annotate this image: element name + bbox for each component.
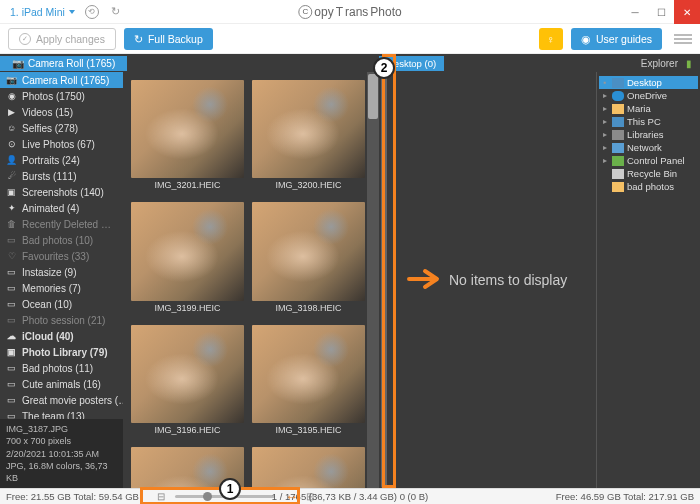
expand-icon[interactable]: ▸	[601, 156, 609, 165]
thumbnail[interactable]: IMG_3201.HEIC	[131, 80, 244, 194]
sidebar-item[interactable]: ▭The team (13)	[0, 408, 123, 419]
sidebar-item[interactable]: ☺Selfies (278)	[0, 120, 123, 136]
thumbnail-label: IMG_3199.HEIC	[131, 301, 244, 317]
status-right: Free: 46.59 GB Total: 217.91 GB	[556, 491, 694, 502]
tree-item[interactable]: ▸Control Panel	[599, 154, 698, 167]
scrollbar-thumb[interactable]	[368, 74, 378, 119]
drop-zone[interactable]: No items to display	[389, 72, 596, 488]
breadcrumb-left[interactable]: 📷 Camera Roll (1765)	[0, 56, 127, 71]
thumbnail-grid[interactable]: IMG_3201.HEICIMG_3200.HEICIMG_3199.HEICI…	[123, 72, 379, 488]
folder-icon	[612, 117, 624, 127]
thumbnail[interactable]: IMG_3195.HEIC	[252, 325, 365, 439]
expand-icon[interactable]: ▸	[601, 143, 609, 152]
tree-item[interactable]: Recycle Bin	[599, 167, 698, 180]
tree-label: OneDrive	[627, 90, 667, 101]
sidebar-item[interactable]: ▭Ocean (10)	[0, 296, 123, 312]
thumbnail[interactable]: IMG_3198.HEIC	[252, 202, 365, 316]
status-left: Free: 21.55 GB Total: 59.54 GB	[6, 491, 139, 502]
sidebar-item[interactable]: ▣Screenshots (140)	[0, 184, 123, 200]
sidebar-item[interactable]: ☁iCloud (40)	[0, 328, 123, 344]
sidebar-item[interactable]: ✦Animated (4)	[0, 200, 123, 216]
refresh-icon[interactable]: ⟲	[85, 5, 99, 19]
album-list[interactable]: 📷Camera Roll (1765)◉Photos (1750)▶Videos…	[0, 72, 123, 419]
tree-label: Maria	[627, 103, 651, 114]
thumbnail-label: IMG_3196.HEIC	[131, 423, 244, 439]
album-icon: ▭	[6, 283, 17, 294]
apply-changes-button[interactable]: ✓ Apply changes	[8, 28, 116, 50]
thumbnail[interactable]: IMG_3196.HEIC	[131, 325, 244, 439]
album-icon: ▭	[6, 267, 17, 278]
drag-handle-icon[interactable]	[381, 72, 387, 488]
album-icon: ♡	[6, 251, 17, 262]
close-button[interactable]: ✕	[674, 0, 700, 24]
sidebar-item[interactable]: ▣Photo Library (79)	[0, 344, 123, 360]
folder-tree[interactable]: ▪Desktop▸OneDrive▸Maria▸This PC▸Librarie…	[596, 72, 700, 488]
sidebar-item[interactable]: ▶Videos (15)	[0, 104, 123, 120]
expand-icon[interactable]: ▸	[601, 130, 609, 139]
sidebar-item[interactable]: ▭Bad photos (11)	[0, 360, 123, 376]
sidebar-item[interactable]: ⊙Live Photos (67)	[0, 136, 123, 152]
sidebar-item[interactable]: ▭Cute animals (16)	[0, 376, 123, 392]
folder-icon[interactable]: ▮	[686, 58, 692, 69]
folder-icon	[612, 91, 624, 101]
tree-item[interactable]: ▸This PC	[599, 115, 698, 128]
album-icon: ☁	[6, 331, 17, 342]
tree-label: Network	[627, 142, 662, 153]
zoom-out-icon[interactable]: ⊟	[157, 491, 165, 502]
expand-icon[interactable]: ▸	[601, 117, 609, 126]
thumbnail-image	[131, 202, 244, 300]
tree-item[interactable]: bad photos	[599, 180, 698, 193]
album-label: Photo Library (79)	[22, 347, 108, 358]
split-divider[interactable]	[379, 72, 389, 488]
minimize-button[interactable]: ─	[622, 0, 648, 24]
thumbnail[interactable]	[252, 447, 365, 488]
expand-icon[interactable]: ▸	[601, 104, 609, 113]
user-guides-button[interactable]: ◉ User guides	[571, 28, 662, 50]
sync-icon[interactable]: ↻	[109, 5, 123, 19]
album-label: Instasize (9)	[22, 267, 76, 278]
sidebar-item[interactable]: ▭Great movie posters (…	[0, 392, 123, 408]
album-icon: 📷	[6, 75, 17, 86]
sidebar-item[interactable]: 👤Portraits (24)	[0, 152, 123, 168]
album-label: Cute animals (16)	[22, 379, 101, 390]
device-selector[interactable]: 1. iPad Mini	[10, 6, 75, 18]
album-icon: ▣	[6, 187, 17, 198]
slider-thumb[interactable]	[203, 492, 212, 501]
album-icon: ▭	[6, 379, 17, 390]
expand-icon[interactable]: ▪	[601, 78, 609, 87]
sidebar-item[interactable]: ▭Bad photos (10)	[0, 232, 123, 248]
sidebar-item[interactable]: 📷Camera Roll (1765)	[0, 72, 123, 88]
lightbulb-icon: ♀	[547, 33, 555, 45]
tree-item[interactable]: ▸Maria	[599, 102, 698, 115]
tree-item[interactable]: ▸Network	[599, 141, 698, 154]
gallery-scrollbar[interactable]	[367, 72, 379, 488]
sidebar-item[interactable]: ◉Photos (1750)	[0, 88, 123, 104]
sidebar-item[interactable]: ▭Instasize (9)	[0, 264, 123, 280]
tree-item[interactable]: ▸OneDrive	[599, 89, 698, 102]
hint-button[interactable]: ♀	[539, 28, 563, 50]
toolbar: ✓ Apply changes ↻ Full Backup ♀ ◉ User g…	[0, 24, 700, 54]
album-icon: ▶	[6, 107, 17, 118]
sidebar-item[interactable]: ▭Memories (7)	[0, 280, 123, 296]
tree-item[interactable]: ▸Libraries	[599, 128, 698, 141]
album-icon: ▭	[6, 395, 17, 406]
sidebar-item[interactable]: ▭Photo session (21)	[0, 312, 123, 328]
expand-icon[interactable]: ▸	[601, 91, 609, 100]
sidebar-item[interactable]: ♡Favourites (33)	[0, 248, 123, 264]
thumbnail[interactable]: IMG_3200.HEIC	[252, 80, 365, 194]
callout-2: 2	[373, 57, 395, 79]
full-backup-button[interactable]: ↻ Full Backup	[124, 28, 213, 50]
breadcrumb-bar: 📷 Camera Roll (1765) Desktop (0) Explore…	[0, 54, 700, 72]
menu-button[interactable]	[674, 34, 692, 44]
album-icon: ◉	[6, 91, 17, 102]
thumbnail-label: IMG_3195.HEIC	[252, 423, 365, 439]
app-title: CopyTrans Photo	[298, 5, 401, 19]
thumbnail[interactable]: IMG_3199.HEIC	[131, 202, 244, 316]
check-icon: ✓	[19, 33, 31, 45]
maximize-button[interactable]: ☐	[648, 0, 674, 24]
sidebar-item[interactable]: 🗑Recently Deleted …	[0, 216, 123, 232]
folder-icon	[612, 130, 624, 140]
tree-item[interactable]: ▪Desktop	[599, 76, 698, 89]
tree-label: Control Panel	[627, 155, 685, 166]
sidebar-item[interactable]: ☄Bursts (111)	[0, 168, 123, 184]
